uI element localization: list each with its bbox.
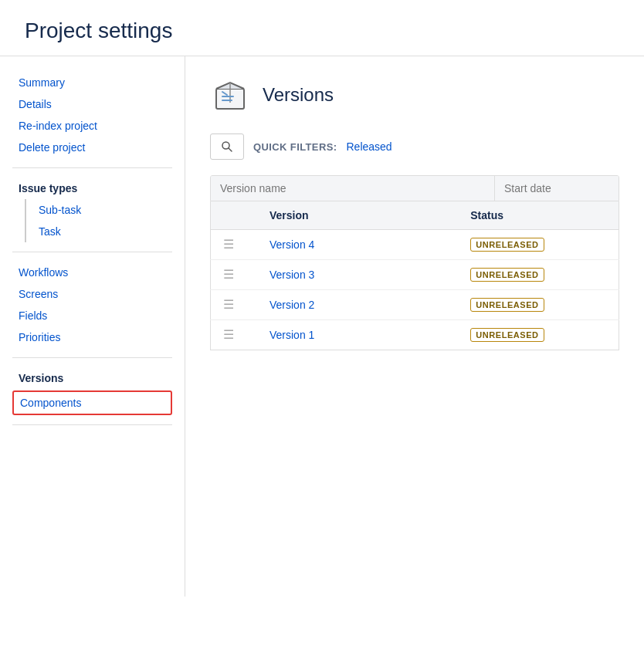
svg-line-2 [229,148,232,151]
add-version-form [210,175,619,201]
sidebar-item-components[interactable]: Components [12,390,172,415]
sidebar: Summary Details Re-index project Delete … [0,56,185,597]
drag-cell[interactable]: ☰ [211,260,258,290]
status-cell: UNRELEASED [458,320,619,350]
sidebar-item-summary[interactable]: Summary [12,72,172,93]
drag-handle-icon[interactable]: ☰ [223,298,234,311]
table-row: ☰ Version 3 UNRELEASED [211,260,619,290]
versions-table: Version Status ☰ Version 4 UNRELEASED ☰ … [210,201,619,350]
versions-header: Versions [210,75,619,115]
sidebar-issue-types-label: Issue types [12,177,172,199]
sidebar-divider-4 [12,424,172,425]
sidebar-divider-3 [12,357,172,358]
search-button[interactable] [210,134,244,160]
sidebar-section-configs: Workflows Screens Fields Priorities [12,262,172,348]
sidebar-divider-1 [12,167,172,168]
sidebar-section-main: Summary Details Re-index project Delete … [12,72,172,158]
table-header-row: Version Status [211,201,619,230]
sidebar-item-reindex[interactable]: Re-index project [12,115,172,137]
col-header-version: Version [257,201,458,230]
search-icon [221,140,233,153]
drag-handle-icon[interactable]: ☰ [223,268,234,281]
status-badge: UNRELEASED [470,238,544,252]
sidebar-section-versions-components: Versions Components [12,367,172,415]
filters-bar: QUICK FILTERS: Released [210,134,619,160]
table-row: ☰ Version 4 UNRELEASED [211,230,619,260]
version-link[interactable]: Version 3 [269,269,314,281]
version-link[interactable]: Version 4 [269,238,314,251]
version-cell: Version 2 [257,290,458,320]
sidebar-item-delete[interactable]: Delete project [12,137,172,158]
quick-filters-label: QUICK FILTERS: [253,141,337,153]
sidebar-versions-label: Versions [12,367,172,389]
page-title: Project settings [0,0,644,56]
version-link[interactable]: Version 1 [269,329,314,341]
status-cell: UNRELEASED [458,260,619,290]
released-filter-link[interactable]: Released [347,140,392,153]
main-content: Versions QUICK FILTERS: Released Ve [185,56,644,597]
sidebar-item-screens[interactable]: Screens [12,283,172,305]
drag-handle-icon[interactable]: ☰ [223,238,234,251]
col-header-drag [211,201,258,230]
sidebar-divider-2 [12,252,172,252]
version-cell: Version 4 [257,230,458,260]
sidebar-item-details[interactable]: Details [12,93,172,115]
status-badge: UNRELEASED [470,298,544,312]
start-date-input[interactable] [495,176,619,201]
status-cell: UNRELEASED [458,230,619,260]
layout: Summary Details Re-index project Delete … [0,56,644,597]
versions-icon [210,75,250,115]
version-link[interactable]: Version 2 [269,299,314,311]
sidebar-item-workflows[interactable]: Workflows [12,262,172,283]
status-cell: UNRELEASED [458,290,619,320]
status-badge: UNRELEASED [470,328,544,342]
sidebar-issue-types-children: Sub-task Task [25,199,172,242]
sidebar-section-issue-types: Issue types Sub-task Task [12,177,172,242]
table-row: ☰ Version 1 UNRELEASED [211,320,619,350]
drag-handle-icon[interactable]: ☰ [223,328,234,341]
sidebar-item-task[interactable]: Task [32,221,172,242]
drag-cell[interactable]: ☰ [211,320,258,350]
version-name-input[interactable] [211,176,495,201]
version-cell: Version 3 [257,260,458,290]
status-badge: UNRELEASED [470,268,544,282]
sidebar-item-subtask[interactable]: Sub-task [32,199,172,221]
col-header-status: Status [458,201,619,230]
version-cell: Version 1 [257,320,458,350]
table-row: ☰ Version 2 UNRELEASED [211,290,619,320]
drag-cell[interactable]: ☰ [211,230,258,260]
sidebar-item-fields[interactable]: Fields [12,305,172,326]
drag-cell[interactable]: ☰ [211,290,258,320]
sidebar-item-priorities[interactable]: Priorities [12,326,172,348]
versions-title: Versions [263,84,334,106]
